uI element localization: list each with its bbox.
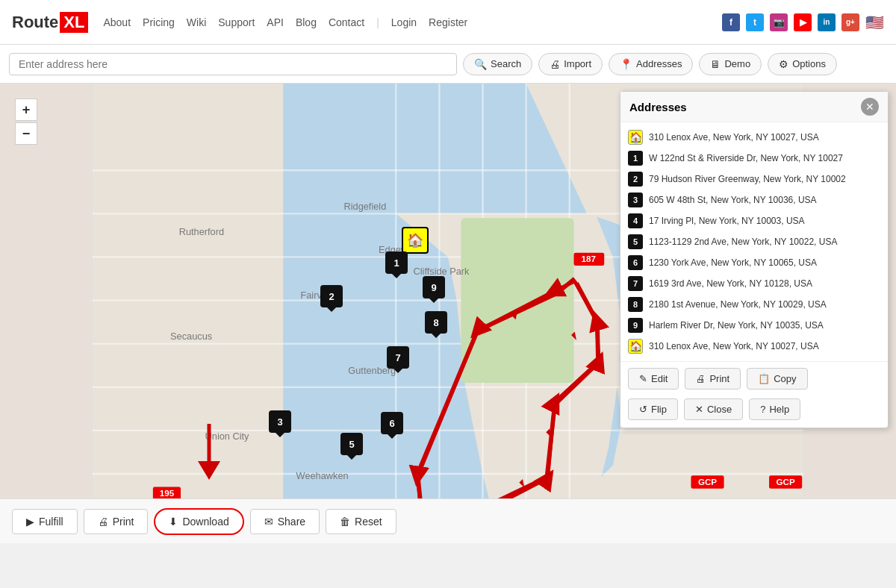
- close-button[interactable]: ✕ Close: [684, 398, 743, 420]
- zoom-out-button[interactable]: −: [15, 122, 37, 145]
- reset-icon: 🗑: [340, 516, 350, 528]
- main-nav: About Pricing Wiki Support API Blog Cont…: [103, 16, 467, 28]
- map-container[interactable]: 187 1278 195 GCP GCP 1278 1495 Rutherfor…: [0, 84, 896, 543]
- svg-text:Ridgefield: Ridgefield: [344, 201, 387, 212]
- close-icon: ✕: [695, 404, 703, 415]
- copy-button[interactable]: 📋 Copy: [747, 368, 807, 390]
- download-button[interactable]: ⬇ Download: [154, 508, 243, 535]
- marker-2[interactable]: 2: [320, 285, 343, 307]
- nav-api[interactable]: API: [267, 16, 284, 28]
- address-badge: 6: [628, 255, 643, 270]
- print-bottom-button[interactable]: 🖨 Print: [84, 509, 149, 534]
- share-icon: ✉: [264, 516, 273, 528]
- nav-support[interactable]: Support: [218, 16, 255, 28]
- address-list-item[interactable]: 9Harlem River Dr, New York, NY 10035, US…: [620, 315, 888, 336]
- fulfill-icon: ▶: [26, 516, 34, 528]
- address-list-item[interactable]: 🏠310 Lenox Ave, New York, NY 10027, USA: [620, 336, 888, 357]
- address-badge: 1: [628, 151, 643, 166]
- address-list-item[interactable]: 51123-1129 2nd Ave, New York, NY 10022, …: [620, 231, 888, 252]
- search-button[interactable]: 🔍 Search: [463, 53, 532, 75]
- address-list-item[interactable]: 61230 York Ave, New York, NY 10065, USA: [620, 252, 888, 273]
- logo-xl-text: XL: [60, 12, 88, 33]
- header: Route XL About Pricing Wiki Support API …: [0, 0, 896, 45]
- googleplus-icon[interactable]: g+: [841, 13, 859, 31]
- home-marker[interactable]: 🏠: [402, 227, 429, 254]
- panel-actions-2: ↺ Flip ✕ Close ? Help: [620, 395, 888, 428]
- panel-close-button[interactable]: ✕: [861, 98, 879, 116]
- address-text: 1619 3rd Ave, New York, NY 10128, USA: [649, 278, 880, 289]
- marker-6[interactable]: 6: [381, 412, 403, 434]
- options-button[interactable]: ⚙ Options: [768, 53, 837, 75]
- reset-button[interactable]: 🗑 Reset: [326, 509, 396, 534]
- svg-text:Union City: Union City: [205, 431, 250, 442]
- svg-rect-15: [461, 218, 573, 383]
- help-button[interactable]: ? Help: [749, 398, 800, 420]
- print-icon: 🖨: [696, 373, 706, 384]
- address-badge: 4: [628, 213, 643, 228]
- marker-1[interactable]: 1: [385, 251, 408, 274]
- address-badge: 9: [628, 318, 643, 333]
- address-text: 17 Irving Pl, New York, NY 10003, USA: [649, 216, 880, 226]
- nav-contact[interactable]: Contact: [329, 16, 364, 28]
- import-button[interactable]: 🖨 Import: [538, 53, 603, 75]
- instagram-icon[interactable]: 📷: [770, 13, 788, 31]
- share-button[interactable]: ✉ Share: [250, 509, 320, 534]
- address-text: 2180 1st Avenue, New York, NY 10029, USA: [649, 299, 880, 310]
- address-list: 🏠310 Lenox Ave, New York, NY 10027, USA1…: [620, 122, 888, 361]
- pin-icon: 📍: [620, 58, 632, 70]
- address-input[interactable]: [9, 53, 457, 75]
- address-text: 1230 York Ave, New York, NY 10065, USA: [649, 257, 880, 268]
- nav-pricing[interactable]: Pricing: [143, 16, 175, 28]
- address-list-item[interactable]: 417 Irving Pl, New York, NY 10003, USA: [620, 210, 888, 231]
- marker-3[interactable]: 3: [269, 410, 291, 433]
- address-list-item[interactable]: 71619 3rd Ave, New York, NY 10128, USA: [620, 273, 888, 294]
- marker-9[interactable]: 9: [423, 276, 445, 298]
- logo[interactable]: Route XL: [12, 12, 88, 33]
- address-badge: 8: [628, 297, 643, 312]
- address-badge: 7: [628, 276, 643, 291]
- fulfill-button[interactable]: ▶ Fulfill: [12, 509, 78, 534]
- address-list-item[interactable]: 82180 1st Avenue, New York, NY 10029, US…: [620, 294, 888, 315]
- nav-wiki[interactable]: Wiki: [187, 16, 206, 28]
- toolbar: 🔍 Search 🖨 Import 📍 Addresses 🖥 Demo ⚙ O…: [0, 45, 896, 84]
- copy-icon: 📋: [758, 373, 770, 384]
- address-list-item[interactable]: 🏠310 Lenox Ave, New York, NY 10027, USA: [620, 127, 888, 148]
- flip-button[interactable]: ↺ Flip: [628, 398, 678, 420]
- nav-about[interactable]: About: [103, 16, 131, 28]
- demo-button[interactable]: 🖥 Demo: [699, 53, 762, 75]
- marker-8[interactable]: 8: [425, 311, 447, 334]
- nav-blog[interactable]: Blog: [296, 16, 317, 28]
- svg-text:195: 195: [160, 488, 175, 498]
- nav-login[interactable]: Login: [391, 16, 417, 28]
- zoom-in-button[interactable]: +: [15, 98, 37, 121]
- edit-button[interactable]: ✎ Edit: [628, 368, 679, 390]
- search-icon: 🔍: [474, 58, 487, 70]
- address-list-item[interactable]: 1W 122nd St & Riverside Dr, New York, NY…: [620, 148, 888, 169]
- svg-text:Rutherford: Rutherford: [179, 226, 224, 237]
- address-badge: 5: [628, 234, 643, 249]
- nav-register[interactable]: Register: [429, 16, 467, 28]
- logo-route-text: Route: [12, 13, 58, 32]
- panel-title: Addresses: [629, 101, 687, 113]
- header-right: f t 📷 ▶ in g+ 🇺🇸: [722, 13, 884, 31]
- print-button[interactable]: 🖨 Print: [685, 368, 741, 390]
- edit-icon: ✎: [639, 373, 647, 384]
- svg-text:187: 187: [582, 254, 596, 263]
- svg-text:GCP: GCP: [777, 477, 795, 487]
- marker-7[interactable]: 7: [387, 346, 409, 369]
- address-badge: 3: [628, 193, 643, 207]
- import-icon: 🖨: [550, 58, 560, 70]
- language-flag[interactable]: 🇺🇸: [865, 13, 884, 31]
- address-text: 605 W 48th St, New York, NY 10036, USA: [649, 195, 880, 205]
- youtube-icon[interactable]: ▶: [794, 13, 812, 31]
- address-badge: 🏠: [628, 130, 643, 145]
- address-text: 79 Hudson River Greenway, New York, NY 1…: [649, 174, 880, 184]
- address-list-item[interactable]: 279 Hudson River Greenway, New York, NY …: [620, 169, 888, 190]
- addresses-button[interactable]: 📍 Addresses: [609, 53, 693, 75]
- marker-5[interactable]: 5: [340, 433, 363, 455]
- facebook-icon[interactable]: f: [722, 13, 740, 31]
- linkedin-icon[interactable]: in: [818, 13, 836, 31]
- twitter-icon[interactable]: t: [746, 13, 764, 31]
- address-list-item[interactable]: 3605 W 48th St, New York, NY 10036, USA: [620, 190, 888, 210]
- download-icon: ⬇: [169, 516, 178, 528]
